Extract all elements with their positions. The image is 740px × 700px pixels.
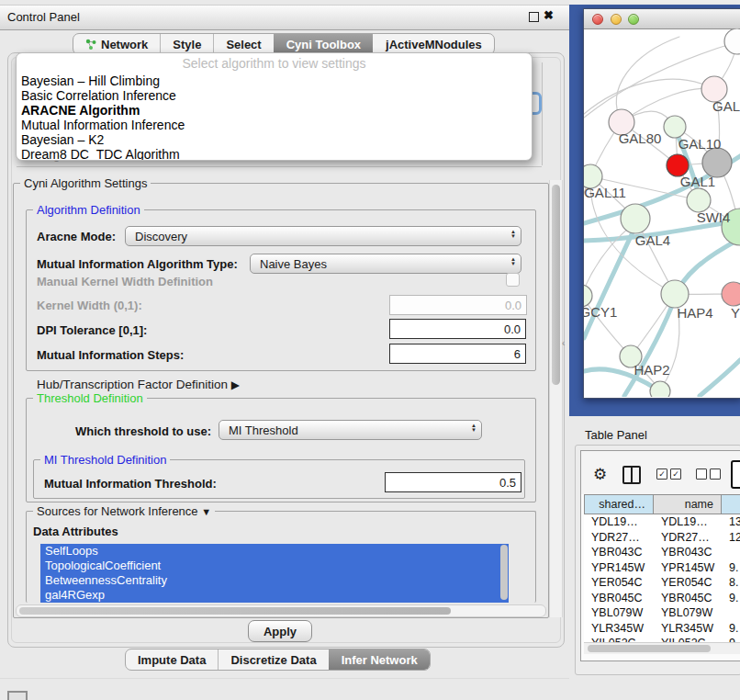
table-row[interactable]: YBL079WYBL079W bbox=[584, 605, 740, 621]
table-cell: 9. bbox=[722, 592, 740, 604]
node-label: HAP4 bbox=[677, 305, 712, 321]
mi-threshold-title: MI Threshold Definition bbox=[40, 453, 170, 467]
table-cell: YER054C bbox=[584, 576, 654, 589]
attribute-item-selected[interactable]: BetweennessCentrality bbox=[40, 573, 509, 588]
close-icon[interactable]: ✖ bbox=[544, 8, 554, 22]
algorithm-option[interactable]: Mutual Information Inference bbox=[17, 118, 532, 132]
kernel-width-field[interactable]: 0.0 bbox=[389, 295, 527, 315]
algorithm-option[interactable]: Bayesian – K2 bbox=[17, 132, 532, 147]
table-row[interactable]: YPR145WYPR145W9. bbox=[584, 560, 740, 576]
table-row[interactable]: YDR27…YDR27…12 bbox=[584, 530, 740, 546]
network-node[interactable] bbox=[724, 28, 740, 54]
algorithm-option[interactable]: Basic Correlation Inference bbox=[17, 88, 532, 103]
table-cell: YBR045C bbox=[654, 592, 722, 604]
tab-select[interactable]: Select bbox=[213, 34, 273, 54]
thin-edge bbox=[584, 79, 714, 114]
node-label: GAL11 bbox=[584, 185, 626, 200]
node-label: GAL80 bbox=[619, 130, 662, 146]
algorithm-option[interactable]: Dream8 DC_TDC Algorithm bbox=[17, 147, 532, 161]
float-window-icon[interactable] bbox=[529, 12, 539, 22]
close-traffic-light-icon[interactable] bbox=[592, 14, 603, 25]
algorithm-option[interactable]: ARACNE Algorithm bbox=[17, 103, 532, 118]
manual-kernel-checkbox[interactable] bbox=[506, 273, 520, 287]
tab-style[interactable]: Style bbox=[160, 34, 213, 54]
table-cell: YPR145W bbox=[654, 561, 722, 574]
table-row[interactable]: YDL19…YDL19…13 bbox=[584, 514, 740, 530]
node-label: Y bbox=[731, 305, 740, 321]
table-row[interactable]: YLR345WYLR345W9. bbox=[584, 621, 740, 637]
column-header[interactable]: name bbox=[654, 494, 722, 514]
mi-type-label: Mutual Information Algorithm Type: bbox=[37, 257, 238, 271]
network-node-gal4[interactable] bbox=[621, 204, 650, 233]
attribute-item-selected[interactable]: SelfLoops bbox=[40, 544, 509, 559]
table-cell: YDR27… bbox=[654, 531, 722, 544]
node-label: GAL bbox=[712, 98, 740, 114]
dpi-tolerance-field[interactable]: 0.0 bbox=[389, 319, 526, 339]
combo-arrows-icon: ▲▼ bbox=[510, 257, 516, 266]
minimized-icon[interactable] bbox=[7, 691, 28, 700]
network-node[interactable] bbox=[650, 381, 670, 397]
node-label: GAL4 bbox=[635, 232, 670, 248]
gear-icon[interactable]: ⚙ bbox=[593, 465, 607, 484]
document-icon[interactable] bbox=[731, 460, 740, 489]
network-graph-canvas[interactable]: GALGAL80GAL10GAL1GAL11SWI4GAL4GCY1HAP4YH… bbox=[584, 28, 740, 397]
table-row[interactable]: YER054CYER054C8. bbox=[584, 575, 740, 591]
tab-cyni-toolbox[interactable]: Cyni Toolbox bbox=[274, 34, 373, 54]
algorithm-option[interactable]: Bayesian – Hill Climbing bbox=[17, 73, 532, 88]
checked-checkbox-icon[interactable]: ✓ bbox=[670, 469, 681, 480]
table-cell: YBR045C bbox=[584, 592, 654, 604]
tab-impute-data[interactable]: Impute Data bbox=[126, 649, 218, 670]
network-node-gal10[interactable] bbox=[664, 116, 686, 138]
attributes-list-scrollbar[interactable] bbox=[500, 545, 508, 600]
tab-jactivemnodules[interactable]: jActiveMNodules bbox=[373, 34, 494, 54]
apply-button[interactable]: Apply bbox=[248, 620, 312, 642]
control-panel-titlebar bbox=[0, 5, 569, 30]
table-cell: YPR145W bbox=[584, 561, 654, 574]
unchecked-checkbox-icon[interactable] bbox=[710, 469, 721, 480]
manual-kernel-label: Manual Kernel Width Definition bbox=[37, 275, 213, 288]
tab-network[interactable]: Network bbox=[73, 34, 160, 54]
columns-icon[interactable] bbox=[622, 466, 641, 484]
table-panel-title: Table Panel bbox=[585, 428, 647, 442]
network-node-y[interactable] bbox=[722, 282, 740, 306]
node-label: GAL1 bbox=[680, 174, 715, 189]
network-icon bbox=[85, 39, 96, 50]
mi-steps-field[interactable]: 6 bbox=[389, 344, 526, 364]
control-panel-title: Control Panel bbox=[7, 10, 80, 24]
zoom-traffic-light-icon[interactable] bbox=[628, 14, 639, 25]
node-label: HAP2 bbox=[633, 362, 669, 378]
table-horizontal-scrollbar[interactable] bbox=[584, 642, 740, 654]
minimize-traffic-light-icon[interactable] bbox=[611, 14, 622, 25]
sources-title[interactable]: Sources for Network Inference ▼ bbox=[33, 504, 215, 518]
kernel-width-label: Kernel Width (0,1): bbox=[37, 299, 142, 312]
collapse-down-arrow-icon: ▼ bbox=[201, 506, 211, 517]
table-cell: 12 bbox=[722, 531, 740, 544]
checked-checkbox-icon[interactable]: ✓ bbox=[656, 469, 667, 480]
algorithm-dropdown-list: Select algorithm to view settings Bayesi… bbox=[16, 52, 533, 161]
table-row[interactable]: YBR043CYBR043C bbox=[584, 545, 740, 560]
network-window-titlebar[interactable] bbox=[584, 9, 740, 29]
network-node-hap4[interactable] bbox=[661, 280, 689, 308]
table-row[interactable]: YBR045CYBR045C9. bbox=[584, 591, 740, 606]
mi-algorithm-type-select[interactable]: Naive Bayes ▲▼ bbox=[250, 254, 521, 274]
which-threshold-select[interactable]: MI Threshold ▲▼ bbox=[219, 420, 482, 440]
table-window: ⚙ ✓ ✓ shared…name YDL19…YDL19…13YDR27…YD… bbox=[580, 450, 740, 661]
tab-discretize-data[interactable]: Discretize Data bbox=[218, 649, 328, 670]
aracne-mode-select[interactable]: Discovery ▲▼ bbox=[125, 226, 521, 246]
hub-definition-expander[interactable]: Hub/Transcription Factor Definition ▶ bbox=[37, 378, 240, 391]
unchecked-checkbox-icon[interactable] bbox=[696, 469, 707, 480]
tab-infer-network[interactable]: Infer Network bbox=[329, 649, 430, 670]
mi-threshold-field[interactable]: 0.5 bbox=[385, 472, 521, 492]
bottom-tab-bar: Impute DataDiscretize DataInfer Network bbox=[125, 649, 431, 671]
cyni-settings-title: Cyni Algorithm Settings bbox=[20, 176, 151, 190]
algorithm-definition-title: Algorithm Definition bbox=[33, 203, 144, 217]
table-cell: 9. bbox=[722, 622, 740, 635]
column-header[interactable] bbox=[722, 494, 740, 514]
attribute-item-selected[interactable]: TopologicalCoefficient bbox=[40, 559, 509, 573]
column-header[interactable]: shared… bbox=[584, 494, 654, 514]
algorithm-dropdown-placeholder: Select algorithm to view settings bbox=[17, 53, 532, 73]
splitter-collapse-icon[interactable]: ‹ bbox=[562, 338, 565, 348]
settings-vertical-scrollbar[interactable] bbox=[549, 180, 563, 617]
attribute-item-selected[interactable]: gal4RGexp bbox=[40, 588, 509, 603]
settings-horizontal-scrollbar[interactable] bbox=[16, 604, 546, 617]
